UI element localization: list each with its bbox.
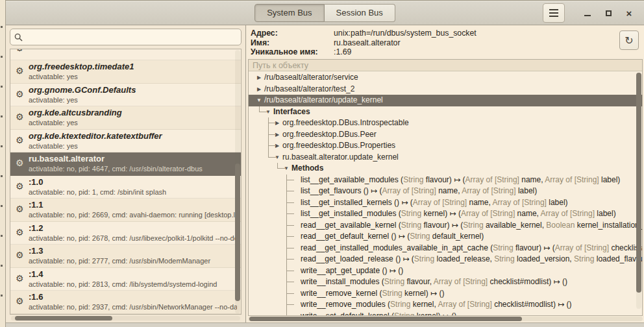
tree-row[interactable]: ▶org.freedesktop.DBus.Peer	[249, 129, 642, 141]
tree-horizontal-scrollbar[interactable]	[248, 317, 643, 321]
tree-row-method[interactable]: write__remove_kernel (String kernel) ↦ (…	[249, 288, 642, 300]
bus-name-list-item[interactable]: ⚙:1.3activatable: no, pid: 2777, cmd: /u…	[10, 245, 241, 268]
tree-row-label: Methods	[291, 164, 323, 173]
tree-row-method[interactable]: read__get_available_kernel (String flavo…	[249, 220, 642, 232]
tree-row[interactable]: ▶/ru/basealt/alterator/service	[249, 72, 642, 84]
tree-row-method[interactable]: write__install_modules (String flavour, …	[249, 276, 642, 288]
sidebar-horizontal-scrollbar[interactable]	[11, 316, 240, 321]
tree-row[interactable]: ▼Interfaces	[249, 106, 642, 118]
tree-guide-line	[268, 145, 276, 146]
bus-name-list-item[interactable]: ⚙org.gnome.GConf.Defaultsactivatable: ye…	[10, 84, 241, 107]
gear-icon: ⚙	[16, 90, 24, 99]
gear-icon: ⚙	[16, 112, 24, 121]
gear-icon: ⚙	[16, 250, 24, 260]
tree-row-method[interactable]: list__get_flavours () ↦ (Array of [Strin…	[249, 186, 642, 197]
bus-name-detail: activatable: yes	[29, 141, 237, 151]
expander-closed-icon[interactable]: ▶	[254, 72, 264, 83]
bus-name: :1.8	[29, 315, 237, 315]
bus-name-list-item[interactable]: ⚙:1.1activatable: no, pid: 2669, cmd: av…	[10, 199, 241, 222]
tree-row-label: org.freedesktop.DBus.Peer	[282, 130, 377, 139]
address-value: unix:path=/run/dbus/system_bus_socket	[334, 29, 477, 38]
bus-name: org.freedesktop.timedate1	[29, 61, 237, 72]
gear-icon: ⚙	[16, 297, 24, 306]
tree-row[interactable]: ▶/ru/basealt/alterator/test_2	[249, 84, 642, 95]
gear-icon: ⚙	[16, 274, 24, 283]
bus-name-detail: activatable: no, pid: 2678, cmd: /usr/li…	[29, 234, 237, 243]
scrollbar-thumb[interactable]	[15, 316, 112, 321]
tree-row-label: /ru/basealt/alterator/service	[264, 73, 358, 82]
bus-name-list: ⚙activatable: yes, pid: 1, cmd: /sbin/in…	[10, 49, 242, 315]
bus-name-detail: activatable: no, pid: 1, cmd: /sbin/init…	[29, 188, 237, 197]
bus-name-detail: activatable: yes	[29, 95, 237, 105]
tree-row-label: /ru/basealt/alterator/update_kernel	[264, 95, 383, 104]
bus-name-detail: activatable: no, pid: 2669, cmd: avahi-d…	[29, 210, 237, 220]
gear-icon: ⚙	[16, 182, 24, 191]
tree-guide-line	[286, 225, 294, 226]
tree-row-method[interactable]: list__get_installed_kernels () ↦ (Array …	[249, 197, 642, 209]
tree-guide-line	[268, 157, 276, 158]
tree-guide-line	[268, 123, 276, 123]
tree-guide-line	[286, 271, 294, 271]
titlebar[interactable]: System Bus Session Bus ×	[6, 1, 644, 25]
tab-system-bus[interactable]: System Bus	[254, 4, 324, 22]
scrollbar-thumb[interactable]	[235, 164, 240, 301]
expander-closed-icon[interactable]: ▶	[254, 84, 264, 95]
bus-name-list-item[interactable]: ⚙:1.8	[10, 314, 241, 315]
close-icon: ×	[626, 8, 632, 18]
tree-row-method[interactable]: read__get_loaded_release () ↦ (String lo…	[249, 254, 642, 265]
refresh-button[interactable]: ↻	[619, 30, 639, 50]
bus-name-list-item[interactable]: ⚙:1.6activatable: no, pid: 2937, cmd: /u…	[10, 291, 241, 314]
object-path-column-header[interactable]: Путь к объекту	[249, 60, 642, 71]
bus-name-list-item[interactable]: ⚙:1.4activatable: no, pid: 2813, cmd: /l…	[10, 268, 241, 291]
bus-name-list-item[interactable]: ⚙org.kde.ktexteditor.katetextbufferactiv…	[10, 130, 241, 153]
tree-row-label: ru.basealt.alterator.update_kernel	[282, 152, 399, 162]
tree-row-label: list__get_flavours () ↦ (Array of [Strin…	[301, 186, 537, 195]
tree-row[interactable]: ▼/ru/basealt/alterator/update_kernel	[249, 95, 642, 106]
close-button[interactable]: ×	[621, 4, 638, 22]
scrollbar-thumb[interactable]	[249, 317, 522, 321]
bus-name-detail: activatable: no, pid: 2937, cmd: /usr/sb…	[29, 302, 237, 312]
tree-vertical-scrollbar[interactable]	[636, 73, 641, 309]
tree-guide-line	[286, 236, 294, 237]
bus-name-list-item[interactable]: ⚙:1.2activatable: no, pid: 2678, cmd: /u…	[10, 222, 241, 245]
tree-row-method[interactable]: read__get_installed_modules_available_in…	[249, 243, 642, 254]
tree-row-method[interactable]: list__get_installed_modules (String kern…	[249, 208, 642, 220]
tree-row[interactable]: ▼Methods	[249, 163, 642, 175]
tree-row[interactable]: ▶org.freedesktop.DBus.Properties	[249, 140, 642, 152]
tree-row-method[interactable]: write__set_default_kernel (String kernel…	[249, 311, 642, 316]
tree-row-method[interactable]: write__apt_get_update () ↦ ()	[249, 265, 642, 277]
menu-button[interactable]	[543, 3, 565, 23]
tree-row-label: write__apt_get_update () ↦ ()	[301, 266, 403, 275]
scrollbar-thumb[interactable]	[636, 73, 641, 293]
tab-session-bus[interactable]: Session Bus	[325, 4, 395, 22]
bus-name-list-item[interactable]: ⚙:1.0activatable: no, pid: 1, cmd: /sbin…	[10, 176, 241, 199]
dfeet-window: System Bus Session Bus × ⚙activa	[5, 0, 644, 327]
bus-name: :1.4	[29, 269, 237, 280]
object-path-tree: ▶/ru/basealt/alterator/service▶/ru/basea…	[249, 72, 642, 315]
tree-row-label: read__get_default_kernel () ↦ (String de…	[301, 232, 484, 241]
gear-icon: ⚙	[16, 228, 24, 237]
search-input[interactable]	[26, 32, 237, 43]
minimize-icon	[584, 15, 591, 16]
bus-name-list-item[interactable]: ⚙org.kde.altcusbrandingactivatable: yes	[10, 106, 241, 130]
search-box[interactable]	[10, 29, 242, 45]
minimize-button[interactable]	[579, 4, 596, 22]
bus-name-panel: ⚙activatable: yes, pid: 1, cmd: /sbin/in…	[6, 25, 246, 322]
tree-row-method[interactable]: list__get_available_modules (String flav…	[249, 175, 642, 186]
tree-guide-line	[286, 202, 294, 203]
expander-open-icon[interactable]: ▼	[254, 95, 264, 106]
tree-row-method[interactable]: read__get_default_kernel () ↦ (String de…	[249, 231, 642, 243]
tree-guide-line	[286, 259, 294, 260]
bus-name-list-item[interactable]: ⚙org.freedesktop.timedate1activatable: y…	[10, 60, 241, 84]
maximize-button[interactable]	[600, 4, 617, 22]
sidebar-vertical-scrollbar[interactable]	[235, 50, 240, 313]
unique-name-value: :1.69	[334, 47, 351, 57]
bus-name-list-item[interactable]: ⚙activatable: yes, pid: 1, cmd: /sbin/in…	[10, 49, 241, 60]
bus-name-list-item[interactable]: ⚙ru.basealt.alteratoractivatable: no, pi…	[10, 152, 241, 176]
tree-guide-line	[286, 180, 294, 180]
tree-row[interactable]: ▼ru.basealt.alterator.update_kernel	[249, 152, 642, 164]
tree-row-method[interactable]: write__remove_modules (String kernel, Ar…	[249, 299, 642, 311]
tree-row-label: write__remove_modules (String kernel, Ar…	[301, 300, 572, 309]
screen: System Bus Session Bus × ⚙activa	[0, 0, 644, 327]
tree-row[interactable]: ▶org.freedesktop.DBus.Introspectable	[249, 117, 642, 129]
